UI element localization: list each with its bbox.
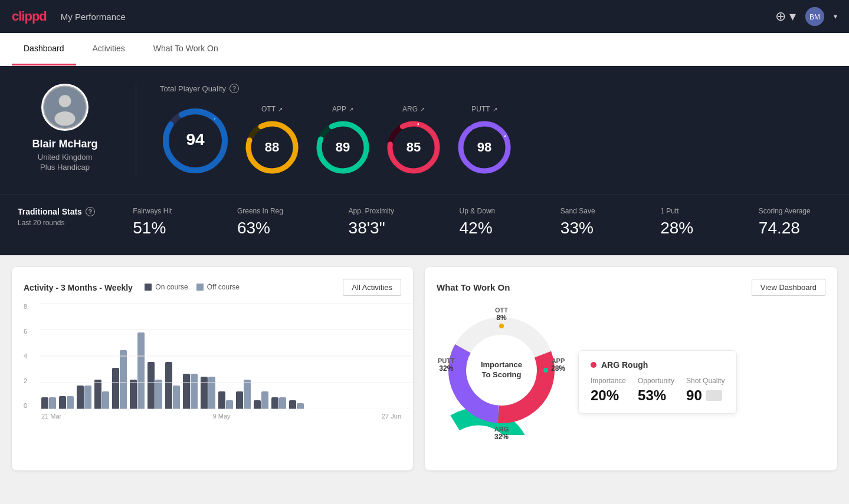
stat-greens-in-reg: Greens In Reg 63% — [237, 207, 283, 238]
bar-on — [112, 368, 119, 409]
chart-title: Activity - 3 Months - Weekly On course O… — [24, 282, 240, 293]
chart-header: Activity - 3 Months - Weekly On course O… — [24, 279, 401, 296]
importance-metric: Importance 20% — [591, 377, 626, 404]
chart-body: 0 2 4 6 8 — [24, 303, 401, 420]
activity-panel: Activity - 3 Months - Weekly On course O… — [12, 267, 413, 470]
header-title: My Performance — [61, 12, 126, 22]
stat-sand-save: Sand Save 33% — [560, 207, 595, 238]
stats-items: Fairways Hit 51% Greens In Reg 63% App. … — [112, 207, 831, 238]
svg-text:BM: BM — [809, 13, 820, 21]
svg-point-4 — [55, 111, 76, 126]
arg-label: ARG ↗ — [402, 105, 425, 113]
add-icon[interactable]: ⊕ ▾ — [775, 9, 796, 24]
bar-on — [271, 397, 278, 409]
bar-on — [77, 386, 84, 409]
svg-text:94: 94 — [186, 130, 205, 149]
svg-text:88: 88 — [265, 140, 279, 154]
x-axis: 21 Mar 9 May 27 Jun — [24, 413, 401, 420]
player-avatar — [41, 84, 88, 131]
tab-activities[interactable]: Activities — [81, 33, 137, 65]
stats-subtitle: Last 20 rounds — [18, 219, 112, 227]
ott-gauge: OTT ↗ 88 — [242, 105, 301, 177]
shot-quality-metric: Shot Quality 90 — [686, 377, 725, 404]
player-handicap: Plus Handicap — [40, 163, 90, 172]
stats-row: Traditional Stats ? Last 20 rounds Fairw… — [0, 195, 849, 255]
bar-on — [147, 362, 155, 409]
y-axis: 0 2 4 6 8 — [24, 303, 27, 409]
bar-group-5 — [112, 350, 127, 409]
ott-label: OTT ↗ — [261, 105, 283, 113]
stats-label-title: Traditional Stats ? — [18, 207, 112, 216]
putt-gauge: PUTT ↗ 98 — [455, 105, 514, 177]
donut-svg: Importance To Scoring — [437, 305, 566, 435]
ott-trend-icon: ↗ — [278, 106, 283, 113]
bar-group-2 — [59, 396, 74, 409]
svg-text:89: 89 — [336, 140, 350, 154]
bar-on — [41, 397, 48, 409]
wtwon-content: Importance To Scoring OTT 8% APP 28% — [437, 305, 825, 459]
player-info: Blair McHarg United Kingdom Plus Handica… — [18, 84, 112, 172]
bar-off — [261, 391, 268, 409]
app-donut-label: APP 28% — [551, 357, 565, 373]
bar-on — [165, 362, 172, 409]
quality-help-icon[interactable]: ? — [230, 84, 239, 93]
stat-fairways-hit: Fairways Hit 51% — [133, 207, 172, 238]
bar-group-6 — [130, 332, 145, 409]
hero-divider — [136, 84, 136, 177]
bar-on — [130, 380, 137, 409]
stats-help-icon[interactable]: ? — [86, 207, 95, 216]
all-activities-button[interactable]: All Activities — [343, 279, 401, 296]
svg-text:To Scoring: To Scoring — [482, 370, 522, 379]
player-name: Blair McHarg — [32, 138, 97, 150]
player-country: United Kingdom — [38, 153, 93, 162]
logo[interactable]: clippd — [12, 9, 47, 24]
wtwon-header: What To Work On View Dashboard — [437, 279, 825, 296]
bar-off — [49, 397, 56, 409]
bar-off — [226, 400, 233, 409]
stats-label: Traditional Stats ? Last 20 rounds — [18, 207, 112, 227]
tab-dashboard[interactable]: Dashboard — [12, 33, 76, 65]
x-label-3: 27 Jun — [382, 413, 401, 420]
avatar-chevron: ▾ — [834, 12, 837, 21]
svg-text:85: 85 — [407, 140, 421, 154]
bar-group-10 — [201, 377, 215, 409]
arg-trend-icon: ↗ — [420, 106, 425, 113]
main-gauge: 94 — [160, 106, 231, 176]
arg-metrics: Importance 20% Opportunity 53% Shot Qual… — [591, 377, 725, 404]
svg-text:Importance: Importance — [481, 360, 522, 369]
bar-off — [279, 397, 286, 409]
header-right: ⊕ ▾ BM ▾ — [775, 7, 837, 26]
off-course-legend-color — [196, 284, 204, 291]
app-gauge: APP ↗ 89 — [313, 105, 372, 177]
view-dashboard-button[interactable]: View Dashboard — [752, 279, 825, 296]
bar-on — [289, 400, 296, 409]
arg-rough-card: ARG Rough Importance 20% Opportunity 53%… — [578, 350, 737, 414]
stat-scoring-avg: Scoring Average 74.28 — [759, 207, 811, 238]
bar-off — [173, 386, 180, 409]
bar-off — [84, 386, 91, 409]
opportunity-metric: Opportunity 53% — [638, 377, 674, 404]
hero-top: Blair McHarg United Kingdom Plus Handica… — [18, 84, 831, 177]
putt-label: PUTT ↗ — [471, 105, 497, 113]
svg-text:98: 98 — [477, 140, 491, 154]
tab-what-to-work-on[interactable]: What To Work On — [142, 33, 230, 65]
app-trend-icon: ↗ — [349, 106, 353, 113]
bar-off — [67, 396, 74, 409]
bar-on — [59, 396, 66, 409]
bar-group-13 — [254, 391, 268, 409]
putt-donut-label: PUTT 32% — [438, 357, 455, 373]
avatar[interactable]: BM — [805, 7, 824, 26]
arg-card-dot — [591, 362, 596, 368]
bar-group-4 — [94, 380, 109, 409]
wtwon-title: What To Work On — [437, 282, 510, 292]
header: clippd My Performance ⊕ ▾ BM ▾ — [0, 0, 849, 33]
bar-on — [183, 374, 190, 409]
svg-point-36 — [543, 368, 548, 373]
on-course-legend-label: On course — [155, 283, 188, 291]
bar-group-9 — [183, 374, 198, 409]
x-label-1: 21 Mar — [41, 413, 61, 420]
bar-off — [191, 374, 198, 409]
bar-chart — [24, 303, 401, 409]
bar-on — [236, 391, 243, 409]
stat-1-putt: 1 Putt 28% — [660, 207, 693, 238]
